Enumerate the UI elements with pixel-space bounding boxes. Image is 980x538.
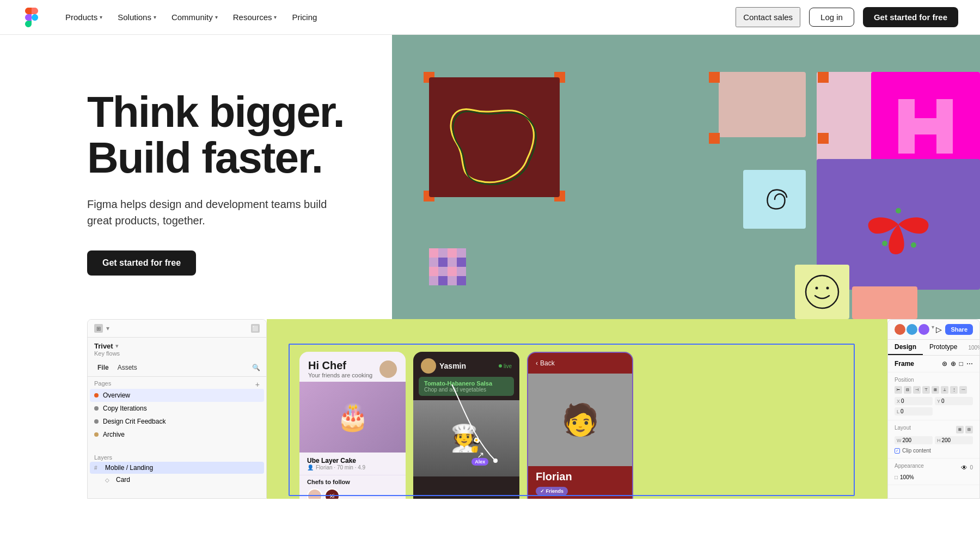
design-tab[interactable]: Design (888, 340, 923, 355)
cake-meta: 👤 Florian · 70 min · 4.9 (307, 464, 398, 470)
nav-item-community[interactable]: Community ▾ (165, 8, 224, 26)
panel-layout-icon[interactable]: ⬜ (251, 324, 260, 333)
distribute-v[interactable]: ⋯ (959, 386, 967, 394)
search-icon[interactable]: 🔍 (252, 364, 260, 371)
svg-point-5 (896, 208, 901, 213)
properties-tabs: Design Prototype 100% (888, 340, 979, 356)
login-button[interactable]: Log in (809, 8, 854, 27)
clip-content-checkbox[interactable]: ✓ (895, 448, 900, 454)
layer-item-mobile-landing[interactable]: # Mobile / Landing (90, 462, 264, 474)
wh-inputs: W 200 H 200 (895, 436, 973, 444)
align-center-v[interactable]: ⊞ (932, 386, 939, 394)
topbar-actions: ▷ Share (936, 324, 973, 335)
page-item-archive[interactable]: Archive (94, 428, 260, 441)
layout-list-icon[interactable]: ⊟ (965, 426, 973, 433)
frame-icons: ⊛ ⊕ □ ⋯ (942, 360, 973, 368)
yasmin-header: Yasmin live (413, 352, 519, 377)
figma-logo[interactable] (22, 8, 41, 27)
distribute-h[interactable]: ⋮ (950, 386, 958, 394)
pink-card (719, 72, 806, 137)
nav-item-solutions[interactable]: Solutions ▾ (111, 8, 163, 26)
align-right[interactable]: ⊣ (913, 386, 921, 394)
project-name-row: Trivet ▾ (94, 342, 260, 350)
x-label: X (897, 399, 900, 404)
live-label: live (504, 363, 512, 369)
align-bottom[interactable]: ⊥ (941, 386, 948, 394)
nav-item-pricing[interactable]: Pricing (285, 8, 323, 26)
dark-red-square (429, 77, 560, 197)
contact-sales-button[interactable]: Contact sales (736, 7, 800, 27)
align-buttons: ⊢ ⊟ ⊣ ⊤ ⊞ ⊥ ⋮ ⋯ (895, 386, 973, 394)
page-item-design-crit[interactable]: Design Crit Feedback (94, 415, 260, 428)
handle-tl[interactable] (527, 352, 530, 355)
back-button[interactable]: ‹ Back (528, 353, 632, 374)
layout-grid-icon[interactable]: ⊞ (956, 426, 964, 433)
collaborator-avatars: ▾ (895, 324, 934, 335)
nav-item-resources[interactable]: Resources ▾ (226, 8, 284, 26)
prototype-tab[interactable]: Prototype (923, 340, 964, 355)
alex-badge: Alex (471, 458, 488, 466)
svg-rect-2 (898, 118, 953, 134)
chefs-follow-label: Chefs to follow (307, 479, 398, 485)
svg-point-6 (806, 276, 838, 308)
avatar-1 (895, 324, 905, 335)
frame-row: Frame ⊛ ⊕ □ ⋯ (895, 360, 973, 368)
panel-project-info: Trivet ▾ Key flows (88, 338, 266, 359)
svg-point-3 (882, 241, 887, 246)
get-started-nav-button[interactable]: Get started for free (863, 7, 958, 27)
h-input[interactable]: H 200 (935, 436, 973, 444)
page-dot-overview (94, 393, 99, 398)
align-center-h[interactable]: ⊟ (904, 386, 911, 394)
layout-section: Layout ⊞ ⊟ W 200 H 200 ✓ Clip content (888, 420, 979, 458)
nav-item-products[interactable]: Products ▾ (59, 8, 109, 26)
hero-subtitle: Figma helps design and development teams… (87, 196, 348, 229)
assets-tab[interactable]: Assets (114, 362, 140, 373)
orange-sq-7 (709, 133, 720, 144)
frame-label: Frame (895, 360, 914, 368)
appearance-controls: 👁 0 (961, 464, 973, 472)
align-top[interactable]: ⊤ (922, 386, 930, 394)
clip-content-toggle[interactable]: ✓ Clip content (895, 448, 973, 454)
chevron-down-icon: ▾ (100, 14, 102, 20)
blob-svg (440, 83, 549, 192)
app-card-yasmin: Yasmin live Tomato-Habanero Salsa Chop a… (413, 352, 519, 499)
spiral-box (743, 170, 806, 229)
zoom-level[interactable]: 100% (964, 340, 980, 355)
layer-item-card[interactable]: ◇ Card (94, 474, 260, 486)
w-input[interactable]: W 200 (895, 436, 933, 444)
position-label: Position (895, 377, 973, 383)
x-input[interactable]: X 0 (895, 397, 933, 405)
play-button[interactable]: ▷ (936, 325, 942, 334)
frame-icon-3[interactable]: □ (959, 360, 963, 368)
hero-title: Think bigger. Build faster. (87, 89, 392, 181)
page-dot-archive (94, 432, 99, 437)
orange-sq-6 (818, 72, 829, 83)
frame-icon-1[interactable]: ⊛ (942, 360, 947, 368)
file-tab[interactable]: File (94, 362, 112, 373)
eye-icon[interactable]: 👁 (961, 464, 967, 472)
y-input[interactable]: Y 0 (935, 397, 973, 405)
recipe-card: Tomato-Habanero Salsa Chop and add veget… (419, 377, 514, 396)
orange-sq-8 (818, 133, 829, 144)
page-dot-copy (94, 406, 99, 411)
align-left[interactable]: ⊢ (895, 386, 902, 394)
yellow-card (795, 265, 849, 319)
page-item-overview[interactable]: Overview (90, 389, 264, 402)
checker-pattern (429, 248, 466, 285)
frame-icon-4[interactable]: ⋯ (966, 360, 973, 368)
chef-card-footer: Ube Layer Cake 👤 Florian · 70 min · 4.9 (299, 453, 406, 475)
florian-info: Florian ✓ Friends (528, 466, 632, 498)
frame-icon-2[interactable]: ⊕ (951, 360, 956, 368)
add-page-button[interactable]: + (255, 380, 260, 389)
handle-tr[interactable] (630, 352, 633, 355)
chef-cake-image: 🎂 (299, 382, 406, 453)
back-chevron: ‹ (536, 359, 538, 367)
chefs-follow-section: Chefs to follow Xi (299, 475, 406, 499)
appearance-section: Appearance 👁 0 □ 100% (888, 458, 979, 485)
get-started-hero-button[interactable]: Get started for free (87, 250, 196, 276)
share-button[interactable]: Share (945, 324, 973, 335)
layout-header: Layout ⊞ ⊟ (895, 425, 973, 434)
yasmin-avatar (421, 358, 436, 374)
l-input[interactable]: L 0 (895, 407, 933, 415)
page-item-copy[interactable]: Copy Iterations (94, 402, 260, 415)
